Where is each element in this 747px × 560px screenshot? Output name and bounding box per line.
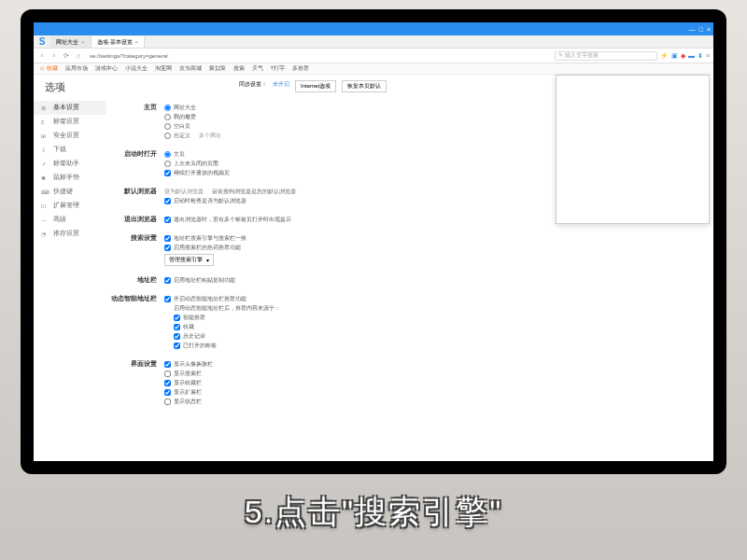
check-startup-video[interactable] bbox=[164, 170, 171, 176]
arrow-icon: ↗ bbox=[41, 161, 49, 167]
reload-button[interactable]: ⟳ bbox=[62, 51, 71, 61]
extension-icon: ⊡ bbox=[41, 203, 49, 209]
section-label: 动态智能地址栏 bbox=[106, 294, 164, 350]
user-icon[interactable]: ▣ bbox=[671, 52, 678, 60]
opt-label: 智能推荐 bbox=[183, 314, 205, 322]
bookmark-item[interactable]: 多推荐 bbox=[292, 65, 309, 72]
flash-icon[interactable]: ⚡ bbox=[660, 52, 669, 60]
radio-startup-last[interactable] bbox=[164, 161, 171, 167]
manage-search-engine-select[interactable]: 管理搜索引擎▾ bbox=[164, 254, 214, 266]
check-search-hotword[interactable] bbox=[164, 245, 171, 251]
opt-label: 已打开的标签 bbox=[183, 342, 217, 350]
sidebar-item-label: 快捷键 bbox=[53, 188, 73, 196]
check-smart-rec[interactable] bbox=[174, 315, 180, 321]
sidebar-item-download[interactable]: ⇩下载 bbox=[34, 143, 106, 157]
ext1-icon[interactable]: ◆ bbox=[681, 52, 685, 60]
home-button[interactable]: ⌂ bbox=[74, 51, 83, 61]
opt-label: 退出浏览器时，若有多个标签页打开时出现提示 bbox=[174, 216, 291, 224]
bookmark-item[interactable]: 应用市场 bbox=[65, 65, 88, 72]
opt-label: 显示扩展栏 bbox=[174, 388, 202, 397]
back-button[interactable]: ‹ bbox=[37, 51, 47, 61]
reset-defaults-button[interactable]: 恢复本页默认 bbox=[342, 80, 387, 92]
check-ui-fav[interactable] bbox=[164, 380, 171, 386]
opt-label: 显示收藏栏 bbox=[174, 379, 202, 387]
sidebar-item-label: 标签设置 bbox=[53, 118, 79, 126]
close-icon[interactable]: × bbox=[135, 39, 139, 45]
download-icon[interactable]: ⬇ bbox=[698, 52, 703, 60]
select-label: 管理搜索引擎 bbox=[169, 256, 203, 264]
check-search-same[interactable] bbox=[164, 235, 171, 242]
close-button[interactable]: × bbox=[707, 26, 711, 33]
internet-options-button[interactable]: Internet选项 bbox=[295, 80, 336, 92]
sidebar-item-basic[interactable]: ⚙基本设置 bbox=[34, 101, 106, 115]
sync-status-link[interactable]: 未开启 bbox=[273, 80, 289, 92]
screen: — □ × S 网址大全 × 选项-基本设置 × ‹ › ⟳ ⌂ se://se… bbox=[34, 22, 713, 461]
tab-sitelist[interactable]: 网址大全 × bbox=[50, 36, 92, 48]
search-input[interactable]: ✎ 输入文字搜索 bbox=[555, 51, 657, 61]
set-default-button[interactable]: 设为默认浏览器 bbox=[164, 188, 204, 196]
ext2-icon[interactable]: ▬ bbox=[688, 52, 695, 60]
sidebar-item-extensions[interactable]: ⊡扩展管理 bbox=[34, 199, 106, 213]
tab-label: 网址大全 bbox=[56, 38, 78, 47]
sidebar-item-tabs[interactable]: ≡标签设置 bbox=[34, 115, 106, 129]
sidebar-item-advanced[interactable]: —高级 bbox=[34, 213, 106, 227]
menu-icon[interactable]: ≡ bbox=[706, 52, 710, 60]
bookmark-item[interactable]: 搜索 bbox=[233, 65, 245, 72]
check-ui-status[interactable] bbox=[164, 399, 171, 405]
section-label: 搜索设置 bbox=[106, 233, 164, 266]
sidebar-item-shortcuts[interactable]: ⌨快捷键 bbox=[34, 185, 106, 199]
radio-home-blank[interactable] bbox=[164, 123, 171, 130]
bookmark-item[interactable]: T打字 bbox=[271, 65, 285, 72]
check-addrbar-paste[interactable] bbox=[164, 277, 171, 284]
shield-icon: ⊞ bbox=[41, 133, 49, 139]
opt-label: 开启动态智能地址栏推荐功能 bbox=[174, 295, 247, 303]
forward-button[interactable]: › bbox=[49, 51, 59, 61]
check-smart-fav[interactable] bbox=[174, 324, 180, 330]
minimize-button[interactable]: — bbox=[689, 26, 696, 33]
check-default-startup[interactable] bbox=[164, 198, 171, 204]
sidebar-item-label: 扩展管理 bbox=[53, 202, 79, 210]
dropdown-popup[interactable] bbox=[556, 75, 710, 224]
bookmark-item[interactable]: 淘宝网 bbox=[155, 65, 172, 72]
url-field[interactable]: se://settings/?category=general bbox=[86, 53, 552, 59]
dash-icon: — bbox=[41, 217, 49, 223]
radio-startup-home[interactable] bbox=[164, 151, 171, 158]
sidebar-item-label: 标签助手 bbox=[53, 160, 79, 168]
bookmark-item[interactable]: 小说大全 bbox=[125, 65, 148, 72]
close-icon[interactable]: × bbox=[81, 39, 85, 45]
bookmark-item[interactable]: 游戏中心 bbox=[95, 65, 118, 72]
check-smart-opened[interactable] bbox=[174, 343, 180, 349]
settings-sidebar: ⚙基本设置 ≡标签设置 ⊞安全设置 ⇩下载 ↗标签助手 ✱鼠标手势 ⌨快捷键 ⊡… bbox=[34, 75, 106, 461]
sidebar-item-security[interactable]: ⊞安全设置 bbox=[34, 129, 106, 143]
check-exit-prompt[interactable] bbox=[164, 217, 171, 223]
tab-settings[interactable]: 选项-基本设置 × bbox=[92, 36, 146, 48]
chevron-down-icon: ▾ bbox=[206, 257, 209, 263]
clock-icon: ◔ bbox=[41, 231, 49, 237]
content-area: 选项 同步设置： 未开启 Internet选项 恢复本页默认 ⚙基本设置 ≡标签… bbox=[34, 75, 713, 461]
maximize-button[interactable]: □ bbox=[699, 26, 703, 33]
bookmark-fav[interactable]: ☆ 收藏 bbox=[39, 65, 58, 72]
section-label: 退出浏览器 bbox=[106, 215, 164, 224]
opt-label: 主页 bbox=[174, 150, 185, 159]
section-search: 搜索设置 地址栏搜索引擎与搜索栏一致 启用搜索栏的热词推荐功能 管理搜索引擎▾ bbox=[106, 233, 713, 266]
check-ui-ext[interactable] bbox=[164, 389, 171, 396]
opt-label: 历史记录 bbox=[183, 332, 205, 341]
check-ui-avatar[interactable] bbox=[164, 361, 171, 368]
default-desc: 目前搜狗浏览器是您的默认浏览器 bbox=[212, 188, 296, 196]
radio-home-sitelist[interactable] bbox=[164, 105, 171, 111]
sidebar-item-label: 下载 bbox=[53, 146, 66, 154]
sidebar-item-recommended[interactable]: ◔推荐设置 bbox=[34, 227, 106, 241]
check-ui-search[interactable] bbox=[164, 371, 171, 377]
radio-home-fav[interactable] bbox=[164, 114, 171, 120]
bookmark-item[interactable]: 天气 bbox=[252, 65, 263, 72]
opt-label: 空白页 bbox=[174, 122, 190, 131]
check-smart-history[interactable] bbox=[174, 333, 180, 340]
check-smart-addr[interactable] bbox=[164, 296, 171, 302]
bookmark-item[interactable]: 聚划算 bbox=[209, 65, 226, 72]
bookmark-item[interactable]: 京东商城 bbox=[179, 65, 202, 72]
radio-home-custom[interactable] bbox=[164, 133, 171, 139]
download-icon: ⇩ bbox=[41, 147, 49, 153]
sidebar-item-tabhelper[interactable]: ↗标签助手 bbox=[34, 157, 106, 171]
addrbar-icons: ⚡ ▣ ◆ ▬ ⬇ ≡ bbox=[660, 52, 710, 60]
sidebar-item-gestures[interactable]: ✱鼠标手势 bbox=[34, 171, 106, 185]
